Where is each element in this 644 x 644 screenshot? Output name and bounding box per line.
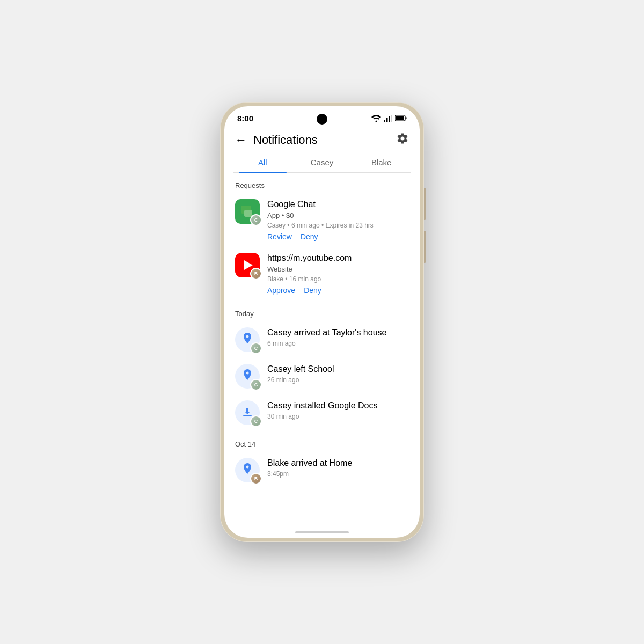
svg-rect-10	[243, 415, 252, 416]
notif-meta: Blake • 16 min ago	[267, 275, 409, 283]
deny-button-yt[interactable]: Deny	[304, 286, 321, 295]
notif-meta: 6 min ago	[267, 340, 409, 347]
tab-all[interactable]: All	[233, 152, 292, 172]
casey-school-body: Casey left School 26 min ago	[267, 364, 409, 384]
notifications-content: Requests C Google Chat App	[224, 173, 420, 527]
phone-screen: 8:00	[224, 106, 420, 538]
page-title: Notifications	[253, 133, 318, 147]
svg-rect-2	[386, 118, 388, 122]
notif-title: https://m.youtube.com	[267, 253, 409, 264]
list-item: B https://m.youtube.com Website Blake • …	[224, 247, 420, 301]
notif-title: Casey arrived at Taylor's house	[267, 327, 409, 339]
page-header: ← Notifications	[224, 126, 420, 152]
youtube-notif-body: https://m.youtube.com Website Blake • 16…	[267, 253, 409, 295]
section-header-today: Today	[224, 301, 420, 322]
list-item: C Casey arrived at Taylor's house 6 min …	[224, 322, 420, 358]
status-time: 8:00	[237, 114, 253, 123]
play-icon	[244, 260, 253, 270]
location-icon-blake-home: B	[235, 458, 260, 482]
camera-notch	[317, 114, 327, 125]
review-button[interactable]: Review	[267, 232, 292, 241]
install-icon-wrap-casey: C	[235, 400, 260, 425]
casey-avatar-badge2: C	[250, 342, 262, 354]
notif-title: Google Chat	[267, 199, 409, 210]
notif-meta: Casey • 6 min ago • Expires in 23 hrs	[267, 222, 409, 229]
location-icon-casey-school: C	[235, 364, 260, 389]
google-chat-notif-body: Google Chat App • $0 Casey • 6 min ago •…	[267, 199, 409, 241]
location-icon-casey-arrived: C	[235, 327, 260, 352]
section-header-oct14: Oct 14	[224, 431, 420, 452]
home-bar	[295, 531, 349, 533]
deny-button-chat[interactable]: Deny	[301, 232, 318, 241]
notif-actions: Review Deny	[267, 232, 409, 241]
notif-meta: 3:45pm	[267, 470, 409, 478]
home-indicator	[224, 527, 420, 538]
svg-point-0	[376, 120, 377, 122]
notif-title: Casey installed Google Docs	[267, 400, 409, 412]
casey-avatar-badge: C	[250, 214, 262, 226]
signal-icon	[384, 115, 392, 122]
list-item: C Casey installed Google Docs 30 min ago	[224, 395, 420, 431]
back-button[interactable]: ←	[235, 133, 247, 147]
svg-rect-6	[406, 117, 407, 119]
svg-rect-1	[384, 120, 385, 122]
status-icons	[371, 115, 407, 122]
google-chat-icon-wrap: C	[235, 199, 260, 224]
svg-rect-7	[396, 116, 404, 120]
battery-icon	[395, 115, 407, 121]
notif-meta: 30 min ago	[267, 413, 409, 420]
header-left: ← Notifications	[235, 133, 318, 147]
blake-home-body: Blake arrived at Home 3:45pm	[267, 458, 409, 478]
youtube-icon-wrap: B	[235, 253, 260, 277]
wifi-icon	[371, 115, 381, 122]
svg-rect-3	[389, 116, 390, 122]
tabs-bar: All Casey Blake	[233, 152, 411, 173]
notif-title: Casey left School	[267, 364, 409, 375]
casey-arrived-body: Casey arrived at Taylor's house 6 min ag…	[267, 327, 409, 347]
casey-install-body: Casey installed Google Docs 30 min ago	[267, 400, 409, 420]
tab-blake[interactable]: Blake	[352, 152, 411, 172]
section-header-requests: Requests	[224, 173, 420, 194]
notif-subtitle: App • $0	[267, 211, 409, 221]
list-item: C Google Chat App • $0 Casey • 6 min ago…	[224, 194, 420, 247]
blake-avatar-badge: B	[250, 268, 262, 280]
settings-button[interactable]	[396, 132, 409, 148]
notif-title: Blake arrived at Home	[267, 458, 409, 469]
notif-actions: Approve Deny	[267, 286, 409, 295]
casey-avatar-badge4: C	[250, 415, 262, 427]
notif-subtitle: Website	[267, 265, 409, 274]
list-item: C Casey left School 26 min ago	[224, 358, 420, 395]
svg-rect-4	[391, 115, 393, 122]
tab-casey[interactable]: Casey	[292, 152, 352, 172]
blake-avatar-badge2: B	[250, 473, 262, 485]
notif-meta: 26 min ago	[267, 376, 409, 384]
phone-frame: 8:00	[220, 102, 424, 542]
casey-avatar-badge3: C	[250, 379, 262, 391]
approve-button[interactable]: Approve	[267, 286, 295, 295]
list-item: B Blake arrived at Home 3:45pm	[224, 452, 420, 489]
